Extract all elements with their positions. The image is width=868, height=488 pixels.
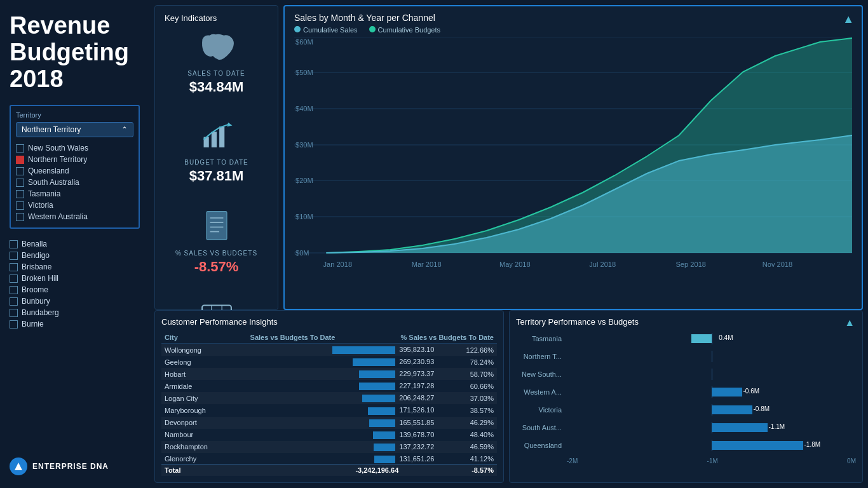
svg-text:Jul 2018: Jul 2018 <box>589 261 616 268</box>
tp-zero-line <box>712 369 712 380</box>
tp-bar-label: New South... <box>516 370 567 378</box>
list-item[interactable]: Bunbury <box>10 295 140 307</box>
svg-marker-0 <box>15 463 22 470</box>
line-chart: $0M $10M $20M $30M $40M $50M $60M Jan 20… <box>294 37 852 272</box>
brand-footer: ENTERPRISE DNA <box>10 451 140 475</box>
svg-text:$0M: $0M <box>295 249 309 257</box>
tp-bar-label: South Aust... <box>516 424 567 431</box>
list-item[interactable]: Broken Hill <box>10 273 140 284</box>
svg-text:May 2018: May 2018 <box>499 261 531 268</box>
checkbox-tas[interactable] <box>16 190 24 198</box>
checkbox-qld[interactable] <box>16 167 24 175</box>
tp-bar-label: Victoria <box>516 406 567 414</box>
territory-chart-icon[interactable]: ▲ <box>844 317 855 329</box>
svg-text:$50M: $50M <box>295 69 313 76</box>
checkbox-sa[interactable] <box>16 179 24 187</box>
list-item[interactable]: Victoria <box>16 200 133 211</box>
list-item[interactable]: New South Wales <box>16 142 133 154</box>
budget-to-date-value: $37.81M <box>189 168 244 184</box>
list-item[interactable]: Tasmania <box>16 188 133 200</box>
city-list: Benalla Bendigo Brisbane Broken Hill Bro… <box>10 238 140 330</box>
territory-dropdown[interactable]: Northern Territory ⌃ <box>16 122 133 137</box>
checkbox-vic[interactable] <box>16 201 24 210</box>
customer-data-table: Wollongong 395,823.10 122.66% Geelong 26… <box>161 344 497 464</box>
tp-bar-label: Northern T... <box>516 353 567 360</box>
list-item[interactable]: Queensland <box>16 165 133 177</box>
svg-marker-4 <box>227 123 232 127</box>
territory-list: New South Wales Northern Territory Queen… <box>16 142 133 222</box>
tp-bar-label: Tasmania <box>516 335 567 342</box>
sales-chart-panel: Sales by Month & Year per Channel Cumula… <box>283 5 863 310</box>
list-item[interactable]: Western Australia <box>16 211 133 222</box>
table-row: Devonport 165,551.85 46.29% <box>161 417 497 429</box>
list-item[interactable]: Burnie <box>10 318 140 330</box>
customer-total-table: Total -3,242,196.64 -8.57% <box>161 464 497 476</box>
table-row: Rockhampton 137,232.72 46.59% <box>161 441 497 453</box>
table-row: Geelong 269,230.93 78.24% <box>161 356 497 368</box>
svg-text:Jan 2018: Jan 2018 <box>323 261 352 268</box>
table-row: Armidale 227,197.28 60.66% <box>161 380 497 392</box>
territory-filter-label: Territory <box>16 111 133 119</box>
brand-icon <box>10 458 27 475</box>
list-item[interactable]: Broome <box>10 284 140 295</box>
tp-bar-wrap: -1.1M <box>567 422 856 433</box>
list-item[interactable]: Northern Territory <box>16 154 133 165</box>
tp-bar-wrap <box>567 369 856 380</box>
table-row: Hobart 229,973.37 58.70% <box>161 368 497 380</box>
legend-budgets: Cumulative Budgets <box>369 26 440 34</box>
total-label: Total <box>161 464 236 477</box>
total-pct: -8.57% <box>402 464 497 477</box>
svg-text:$30M: $30M <box>295 141 313 149</box>
customer-performance-panel: Customer Performance Insights City Sales… <box>154 310 504 483</box>
chart-legend: Cumulative Sales Cumulative Budgets <box>294 26 852 34</box>
list-item[interactable]: Bendigo <box>10 250 140 261</box>
table-row: Wollongong 395,823.10 122.66% <box>161 344 497 356</box>
list-item[interactable]: South Australia <box>16 177 133 188</box>
col-pct: % Sales vs Budgets To Date <box>338 332 497 344</box>
list-item[interactable]: Benalla <box>10 238 140 250</box>
legend-sales: Cumulative Sales <box>294 26 358 34</box>
key-indicators-title: Key Indicators <box>165 13 217 23</box>
tp-bar-wrap <box>567 351 856 362</box>
list-item[interactable]: Bundaberg <box>10 307 140 318</box>
total-row: Total -3,242,196.64 -8.57% <box>161 464 497 477</box>
brand-name: ENTERPRISE DNA <box>32 462 109 471</box>
territory-bars-container: Tasmania 0.4M Northern T... New South...… <box>516 333 856 451</box>
svg-text:$60M: $60M <box>295 38 313 46</box>
checkbox-wa[interactable] <box>16 213 24 221</box>
tp-bar-label: Queensland <box>516 442 567 449</box>
col-city: City <box>161 332 193 344</box>
sales-to-date-label: SALES TO DATE <box>187 70 245 77</box>
table-row: Glenorchy 131,651.26 41.12% <box>161 453 497 464</box>
svg-rect-2 <box>211 132 216 147</box>
territory-panel-title: Territory Performance vs Budgets <box>516 317 856 327</box>
bottom-row: Customer Performance Insights City Sales… <box>154 310 863 483</box>
list-item[interactable]: Brisbane <box>10 261 140 273</box>
tp-zero-line <box>712 351 712 362</box>
document-icon <box>204 210 229 247</box>
table-row: Logan City 206,248.27 37.03% <box>161 392 497 404</box>
svg-text:Mar 2018: Mar 2018 <box>412 261 442 268</box>
tp-zero-line <box>712 333 712 344</box>
budget-chart-icon <box>201 121 233 156</box>
chart-expand-icon[interactable]: ▲ <box>843 13 854 26</box>
col-sales: Sales vs Budgets To Date <box>193 332 338 344</box>
territory-bar-row: New South... <box>516 369 856 380</box>
table-row: Maryborough 171,526.10 38.57% <box>161 404 497 416</box>
key-indicators-panel: Key Indicators SALES TO DATE $34.84M <box>154 5 278 310</box>
budget-to-date-label: BUDGET TO DATE <box>184 159 248 166</box>
tp-bar-wrap: -0.8M <box>567 404 856 416</box>
territory-bar-row: Western A... -0.6M <box>516 386 856 398</box>
svg-text:$40M: $40M <box>295 105 313 112</box>
tp-axis: -2M -1M 0M <box>516 458 856 464</box>
budget-to-date-block: BUDGET TO DATE $37.81M <box>165 121 268 184</box>
customer-panel-title: Customer Performance Insights <box>161 317 497 327</box>
territory-bar-row: Victoria -0.8M <box>516 404 856 416</box>
table-scroll-area[interactable]: Wollongong 395,823.10 122.66% Geelong 26… <box>161 344 497 464</box>
tp-bar-wrap: -0.6M <box>567 386 856 398</box>
checkbox-nt[interactable] <box>16 156 24 164</box>
checkbox-nsw[interactable] <box>16 144 24 152</box>
territory-bar-row: Northern T... <box>516 351 856 362</box>
pct-sales-value: -8.57% <box>194 259 239 275</box>
table-row: Nambour 139,678.70 48.40% <box>161 429 497 441</box>
